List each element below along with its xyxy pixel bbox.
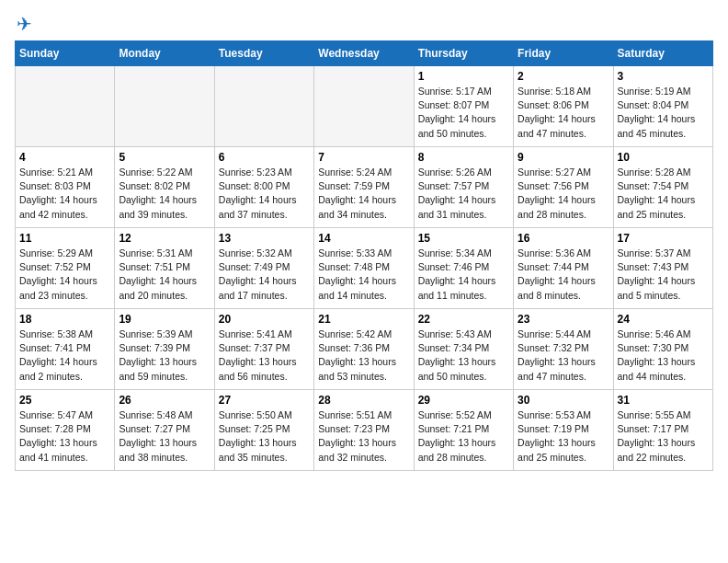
day-number: 24	[618, 313, 709, 326]
cell-content: Sunrise: 5:50 AM Sunset: 7:25 PM Dayligh…	[219, 408, 310, 465]
day-number: 18	[19, 313, 110, 326]
day-number: 7	[318, 151, 409, 164]
day-number: 3	[618, 70, 709, 83]
calendar-cell: 31Sunrise: 5:55 AM Sunset: 7:17 PM Dayli…	[613, 390, 712, 471]
cell-content: Sunrise: 5:37 AM Sunset: 7:43 PM Dayligh…	[618, 247, 709, 303]
calendar-cell: 24Sunrise: 5:46 AM Sunset: 7:30 PM Dayli…	[613, 309, 712, 390]
calendar-cell	[115, 66, 214, 147]
calendar-cell	[16, 66, 115, 147]
week-row-4: 18Sunrise: 5:38 AM Sunset: 7:41 PM Dayli…	[16, 309, 713, 390]
cell-content: Sunrise: 5:39 AM Sunset: 7:39 PM Dayligh…	[119, 327, 210, 384]
calendar-cell: 3Sunrise: 5:19 AM Sunset: 8:04 PM Daylig…	[613, 66, 712, 147]
cell-content: Sunrise: 5:28 AM Sunset: 7:54 PM Dayligh…	[618, 166, 709, 222]
day-number: 2	[518, 70, 609, 83]
calendar-cell: 10Sunrise: 5:28 AM Sunset: 7:54 PM Dayli…	[613, 147, 712, 228]
week-row-1: 1Sunrise: 5:17 AM Sunset: 8:07 PM Daylig…	[16, 66, 713, 147]
week-row-2: 4Sunrise: 5:21 AM Sunset: 8:03 PM Daylig…	[16, 147, 713, 228]
cell-content: Sunrise: 5:18 AM Sunset: 8:06 PM Dayligh…	[518, 85, 609, 141]
calendar-cell: 7Sunrise: 5:24 AM Sunset: 7:59 PM Daylig…	[314, 147, 414, 228]
calendar-cell: 17Sunrise: 5:37 AM Sunset: 7:43 PM Dayli…	[613, 228, 712, 309]
day-number: 8	[418, 151, 509, 164]
calendar-table: SundayMondayTuesdayWednesdayThursdayFrid…	[15, 40, 713, 471]
day-number: 26	[119, 394, 210, 407]
cell-content: Sunrise: 5:27 AM Sunset: 7:56 PM Dayligh…	[518, 166, 609, 222]
cell-content: Sunrise: 5:38 AM Sunset: 7:41 PM Dayligh…	[19, 327, 110, 384]
calendar-cell: 9Sunrise: 5:27 AM Sunset: 7:56 PM Daylig…	[514, 147, 613, 228]
cell-content: Sunrise: 5:46 AM Sunset: 7:30 PM Dayligh…	[618, 327, 709, 384]
calendar-cell: 13Sunrise: 5:32 AM Sunset: 7:49 PM Dayli…	[214, 228, 313, 309]
day-number: 20	[219, 313, 310, 326]
calendar-cell: 30Sunrise: 5:53 AM Sunset: 7:19 PM Dayli…	[514, 390, 613, 471]
calendar-cell: 18Sunrise: 5:38 AM Sunset: 7:41 PM Dayli…	[16, 309, 115, 390]
day-number: 29	[418, 394, 509, 407]
calendar-cell: 23Sunrise: 5:44 AM Sunset: 7:32 PM Dayli…	[514, 309, 613, 390]
cell-content: Sunrise: 5:51 AM Sunset: 7:23 PM Dayligh…	[318, 408, 409, 465]
calendar-cell: 26Sunrise: 5:48 AM Sunset: 7:27 PM Dayli…	[115, 390, 214, 471]
calendar-cell: 5Sunrise: 5:22 AM Sunset: 8:02 PM Daylig…	[115, 147, 214, 228]
calendar-cell: 6Sunrise: 5:23 AM Sunset: 8:00 PM Daylig…	[214, 147, 313, 228]
cell-content: Sunrise: 5:52 AM Sunset: 7:21 PM Dayligh…	[418, 408, 509, 465]
day-number: 28	[318, 394, 409, 407]
day-number: 14	[318, 232, 409, 245]
day-number: 12	[119, 232, 210, 245]
week-row-3: 11Sunrise: 5:29 AM Sunset: 7:52 PM Dayli…	[16, 228, 713, 309]
day-number: 30	[518, 394, 609, 407]
cell-content: Sunrise: 5:23 AM Sunset: 8:00 PM Dayligh…	[219, 166, 310, 222]
cell-content: Sunrise: 5:43 AM Sunset: 7:34 PM Dayligh…	[418, 327, 509, 384]
cell-content: Sunrise: 5:53 AM Sunset: 7:19 PM Dayligh…	[518, 408, 609, 465]
day-number: 15	[418, 232, 509, 245]
cell-content: Sunrise: 5:22 AM Sunset: 8:02 PM Dayligh…	[119, 166, 210, 222]
calendar-cell: 19Sunrise: 5:39 AM Sunset: 7:39 PM Dayli…	[115, 309, 214, 390]
calendar-cell	[314, 66, 414, 147]
logo: ✈	[15, 15, 32, 33]
cell-content: Sunrise: 5:29 AM Sunset: 7:52 PM Dayligh…	[19, 247, 110, 303]
day-number: 19	[119, 313, 210, 326]
day-number: 1	[418, 70, 509, 83]
logo-bird-icon: ✈	[17, 15, 32, 33]
calendar-cell: 29Sunrise: 5:52 AM Sunset: 7:21 PM Dayli…	[414, 390, 513, 471]
calendar-cell: 25Sunrise: 5:47 AM Sunset: 7:28 PM Dayli…	[16, 390, 115, 471]
header-tuesday: Tuesday	[214, 41, 313, 66]
cell-content: Sunrise: 5:26 AM Sunset: 7:57 PM Dayligh…	[418, 166, 509, 222]
cell-content: Sunrise: 5:32 AM Sunset: 7:49 PM Dayligh…	[219, 247, 310, 303]
cell-content: Sunrise: 5:44 AM Sunset: 7:32 PM Dayligh…	[518, 327, 609, 384]
day-number: 21	[318, 313, 409, 326]
calendar-cell: 15Sunrise: 5:34 AM Sunset: 7:46 PM Dayli…	[414, 228, 513, 309]
calendar-cell: 28Sunrise: 5:51 AM Sunset: 7:23 PM Dayli…	[314, 390, 414, 471]
day-number: 16	[518, 232, 609, 245]
cell-content: Sunrise: 5:21 AM Sunset: 8:03 PM Dayligh…	[19, 166, 110, 222]
day-number: 25	[19, 394, 110, 407]
calendar-cell: 21Sunrise: 5:42 AM Sunset: 7:36 PM Dayli…	[314, 309, 414, 390]
calendar-cell: 4Sunrise: 5:21 AM Sunset: 8:03 PM Daylig…	[16, 147, 115, 228]
calendar-cell: 16Sunrise: 5:36 AM Sunset: 7:44 PM Dayli…	[514, 228, 613, 309]
cell-content: Sunrise: 5:19 AM Sunset: 8:04 PM Dayligh…	[618, 85, 709, 141]
day-number: 10	[618, 151, 709, 164]
header-thursday: Thursday	[414, 41, 513, 66]
cell-content: Sunrise: 5:55 AM Sunset: 7:17 PM Dayligh…	[618, 408, 709, 465]
calendar-cell: 1Sunrise: 5:17 AM Sunset: 8:07 PM Daylig…	[414, 66, 513, 147]
day-number: 4	[19, 151, 110, 164]
day-number: 27	[219, 394, 310, 407]
calendar-cell: 14Sunrise: 5:33 AM Sunset: 7:48 PM Dayli…	[314, 228, 414, 309]
day-number: 5	[119, 151, 210, 164]
page-header: ✈	[15, 15, 713, 33]
cell-content: Sunrise: 5:41 AM Sunset: 7:37 PM Dayligh…	[219, 327, 310, 384]
day-number: 6	[219, 151, 310, 164]
cell-content: Sunrise: 5:24 AM Sunset: 7:59 PM Dayligh…	[318, 166, 409, 222]
cell-content: Sunrise: 5:31 AM Sunset: 7:51 PM Dayligh…	[119, 247, 210, 303]
day-number: 22	[418, 313, 509, 326]
day-number: 17	[618, 232, 709, 245]
cell-content: Sunrise: 5:48 AM Sunset: 7:27 PM Dayligh…	[119, 408, 210, 465]
calendar-cell: 27Sunrise: 5:50 AM Sunset: 7:25 PM Dayli…	[214, 390, 313, 471]
calendar-cell: 20Sunrise: 5:41 AM Sunset: 7:37 PM Dayli…	[214, 309, 313, 390]
cell-content: Sunrise: 5:34 AM Sunset: 7:46 PM Dayligh…	[418, 247, 509, 303]
day-number: 9	[518, 151, 609, 164]
day-number: 13	[219, 232, 310, 245]
header-friday: Friday	[514, 41, 613, 66]
calendar-header-row: SundayMondayTuesdayWednesdayThursdayFrid…	[16, 41, 713, 66]
day-number: 11	[19, 232, 110, 245]
cell-content: Sunrise: 5:42 AM Sunset: 7:36 PM Dayligh…	[318, 327, 409, 384]
cell-content: Sunrise: 5:33 AM Sunset: 7:48 PM Dayligh…	[318, 247, 409, 303]
week-row-5: 25Sunrise: 5:47 AM Sunset: 7:28 PM Dayli…	[16, 390, 713, 471]
calendar-cell: 2Sunrise: 5:18 AM Sunset: 8:06 PM Daylig…	[514, 66, 613, 147]
